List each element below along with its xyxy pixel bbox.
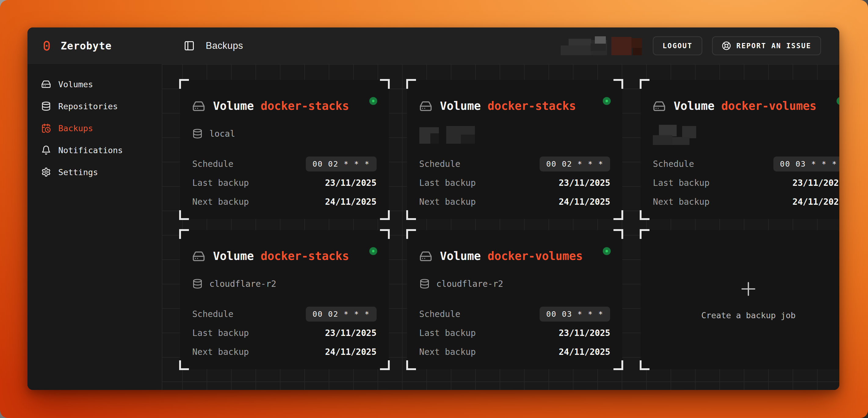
last-backup-value: 23/11/2025: [325, 328, 377, 338]
sidebar-item-label: Settings: [58, 167, 98, 177]
volume-label: Volume: [440, 250, 481, 263]
sidebar-item-settings[interactable]: Settings: [28, 161, 162, 183]
corner-bracket: [406, 360, 416, 370]
volume-name: docker-stacks: [261, 250, 349, 263]
sidebar-item-label: Notifications: [58, 146, 123, 155]
corner-bracket: [614, 229, 623, 239]
page-header: Backups: [162, 40, 557, 51]
sidebar-item-label: Repositories: [58, 102, 118, 111]
desktop-background: Zerobyte Backups LOGOUT: [0, 0, 868, 418]
card-header: Volume docker-volumes: [653, 99, 839, 112]
volume-name: docker-volumes: [488, 250, 583, 263]
redacted-repository: [420, 125, 477, 145]
next-backup-value: 24/11/2025: [793, 197, 839, 207]
report-issue-button[interactable]: REPORT AN ISSUE: [712, 36, 821, 55]
schedule-badge: 00 03 * * *: [539, 307, 611, 322]
create-backup-job-card[interactable]: Create a backup job: [641, 230, 839, 369]
backup-job-card[interactable]: Volume docker-stacks local Schedule00 02…: [180, 80, 389, 219]
backup-job-card[interactable]: Volume docker-volumes Schedule00 03 * * …: [641, 80, 839, 219]
status-dot: [369, 97, 377, 105]
volume-label: Volume: [440, 99, 481, 112]
sidebar-item-notifications[interactable]: Notifications: [28, 139, 162, 161]
hard-drive-icon: [653, 100, 665, 112]
backup-cards: Volume docker-stacks local Schedule00 02…: [180, 80, 839, 369]
page-title: Backups: [206, 40, 243, 51]
repository-name: cloudflare-r2: [209, 279, 276, 289]
last-backup-value: 23/11/2025: [325, 178, 377, 188]
schedule-label: Schedule: [192, 159, 234, 169]
volume-name: docker-volumes: [721, 99, 816, 112]
card-header: Volume docker-stacks: [192, 250, 377, 263]
plus-icon: [739, 280, 758, 298]
sidebar-item-label: Backups: [58, 124, 93, 133]
volume-label: Volume: [213, 250, 254, 263]
corner-bracket: [406, 79, 416, 89]
corner-bracket: [614, 79, 623, 89]
hard-drive-icon: [192, 250, 205, 263]
schedule-badge: 00 02 * * *: [306, 307, 377, 322]
schedule-badge: 00 02 * * *: [306, 157, 377, 171]
bell-icon: [41, 145, 51, 155]
schedule-label: Schedule: [420, 159, 461, 169]
topbar: Zerobyte Backups LOGOUT: [28, 28, 839, 64]
sidebar-toggle-icon[interactable]: [184, 40, 195, 51]
logout-button[interactable]: LOGOUT: [653, 36, 702, 55]
repository-name: local: [209, 129, 235, 139]
backup-job-card[interactable]: Volume docker-volumes cloudflare-r2 Sche…: [407, 230, 623, 369]
database-icon: [41, 101, 51, 111]
corner-bracket: [179, 229, 189, 239]
last-backup-label: Last backup: [653, 178, 709, 188]
card-header: Volume docker-stacks: [420, 99, 611, 112]
logout-label: LOGOUT: [662, 42, 692, 50]
brand-name: Zerobyte: [61, 40, 112, 52]
repository-row: local: [192, 128, 377, 139]
corner-bracket: [406, 229, 416, 239]
last-backup-label: Last backup: [420, 178, 476, 188]
sidebar: Volumes Repositories Backups Notificatio…: [28, 64, 162, 390]
hard-drive-icon: [192, 100, 205, 112]
last-backup-label: Last backup: [192, 178, 249, 188]
next-backup-label: Next backup: [653, 197, 709, 207]
schedule-label: Schedule: [192, 309, 234, 319]
repository-row: cloudflare-r2: [420, 279, 611, 289]
corner-bracket: [640, 210, 649, 220]
last-backup-value: 23/11/2025: [793, 178, 839, 188]
card-title: Volume docker-stacks: [213, 250, 349, 263]
card-header: Volume docker-stacks: [192, 99, 377, 112]
sidebar-item-label: Volumes: [58, 79, 93, 89]
sidebar-item-repositories[interactable]: Repositories: [28, 95, 162, 117]
volume-label: Volume: [213, 99, 254, 112]
next-backup-label: Next backup: [420, 347, 476, 357]
corner-bracket: [406, 210, 416, 220]
database-icon: [192, 279, 203, 289]
gear-icon: [41, 167, 51, 177]
app-window: Zerobyte Backups LOGOUT: [28, 28, 839, 390]
volume-name: docker-stacks: [261, 99, 349, 112]
next-backup-label: Next backup: [192, 197, 249, 207]
corner-bracket: [380, 210, 390, 220]
sidebar-item-volumes[interactable]: Volumes: [28, 73, 162, 95]
corner-bracket: [640, 360, 649, 370]
card-details: Schedule00 03 * * * Last backup23/11/202…: [420, 306, 611, 360]
backup-job-card[interactable]: Volume docker-stacks Schedule00 02 * * *…: [407, 80, 623, 219]
backup-job-card[interactable]: Volume docker-stacks cloudflare-r2 Sched…: [180, 230, 389, 369]
card-details: Schedule00 02 * * * Last backup23/11/202…: [192, 306, 377, 360]
lifebuoy-icon: [722, 41, 731, 50]
calendar-clock-icon: [41, 123, 51, 133]
corner-bracket: [614, 360, 623, 370]
topbar-actions: LOGOUT REPORT AN ISSUE: [557, 36, 839, 55]
corner-bracket: [614, 210, 623, 220]
corner-bracket: [380, 79, 390, 89]
card-title: Volume docker-volumes: [674, 99, 816, 112]
redacted-username: [557, 36, 642, 55]
schedule-label: Schedule: [653, 159, 694, 169]
corner-bracket: [179, 210, 189, 220]
sidebar-item-backups[interactable]: Backups: [28, 117, 162, 139]
database-icon: [192, 128, 203, 139]
last-backup-label: Last backup: [420, 328, 476, 338]
schedule-badge: 00 02 * * *: [539, 157, 611, 171]
last-backup-label: Last backup: [192, 328, 249, 338]
database-icon: [420, 279, 430, 289]
hard-drive-icon: [420, 250, 432, 263]
backups-grid-area: Volume docker-stacks local Schedule00 02…: [162, 64, 839, 390]
